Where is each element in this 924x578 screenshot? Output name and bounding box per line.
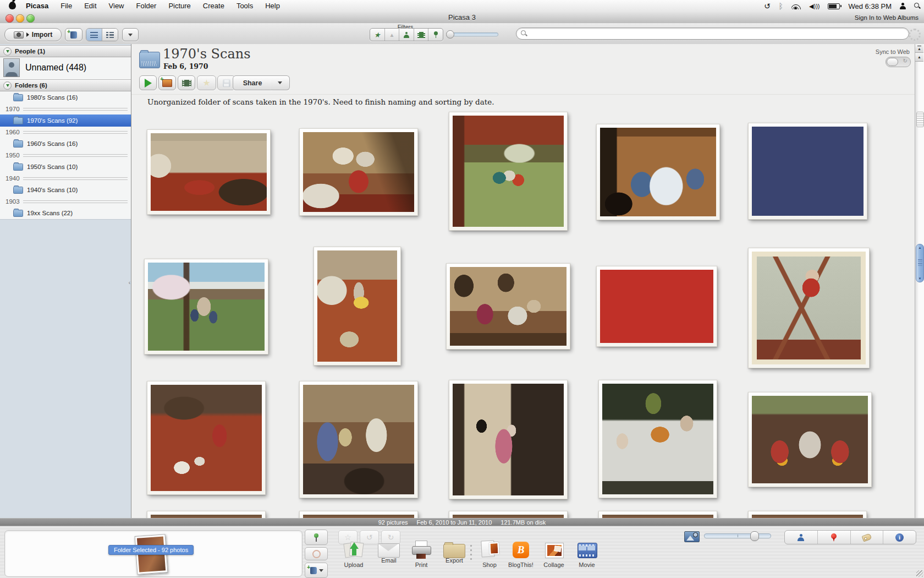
disclosure-triangle-icon[interactable]: [3, 47, 12, 56]
sidebar-collapse-handle[interactable]: ‹: [129, 280, 130, 286]
sidebar-item-1940s-scans[interactable]: 1940's Scans (10): [0, 184, 131, 196]
print-button[interactable]: Print: [405, 541, 437, 568]
show-faces-button[interactable]: [785, 531, 817, 544]
sidebar-item-unnamed-people[interactable]: Unnamed (448): [0, 57, 131, 78]
zoom-fit-icon[interactable]: [684, 531, 700, 542]
collage-button[interactable]: Collage: [538, 541, 570, 568]
vertical-scrollbar[interactable]: ▲ ▲ ▲▼: [915, 44, 924, 518]
photo-thumbnail[interactable]: [449, 380, 568, 499]
sidebar-item-1970s-scans[interactable]: 1970's Scans (92): [0, 114, 131, 127]
share-button[interactable]: Share: [233, 75, 272, 90]
photo-thumbnail-partial[interactable]: [748, 511, 867, 518]
photo-thumbnail[interactable]: [299, 128, 418, 216]
people-section-header[interactable]: People (1): [0, 45, 131, 57]
wifi-icon[interactable]: [791, 3, 801, 9]
apple-menu[interactable]: [0, 2, 26, 11]
scrollbar-handle[interactable]: [916, 112, 924, 127]
menu-folder[interactable]: Folder: [130, 0, 163, 12]
menu-create[interactable]: Create: [197, 0, 230, 12]
search-box[interactable]: [516, 28, 909, 40]
clear-selection-button[interactable]: [305, 547, 328, 560]
sign-in-link[interactable]: Sign In to Web Albums: [855, 12, 919, 23]
show-tags-button[interactable]: [850, 531, 883, 544]
photo-thumbnail[interactable]: [446, 263, 570, 350]
window-resize-grip[interactable]: [916, 570, 923, 577]
fast-user-switch-icon[interactable]: [900, 3, 906, 9]
create-collage-button[interactable]: [158, 75, 176, 90]
filter-starred-button[interactable]: ★: [370, 29, 384, 41]
time-machine-icon[interactable]: ↺: [764, 2, 771, 10]
star-button[interactable]: ★: [197, 75, 216, 90]
blogthis-button[interactable]: B BlogThis!: [505, 541, 537, 568]
sidebar-item-1960s-scans[interactable]: 1960's Scans (16): [0, 138, 131, 150]
spotlight-icon[interactable]: [914, 3, 921, 9]
photo-thumbnail[interactable]: [299, 381, 418, 498]
slideshow-play-button[interactable]: [139, 75, 157, 90]
bluetooth-icon[interactable]: ᛒ: [779, 2, 783, 10]
photo-thumbnail[interactable]: [598, 380, 717, 498]
photo-thumbnail-partial[interactable]: [598, 511, 717, 518]
photo-thumbnail[interactable]: [449, 112, 568, 231]
photo-thumbnail[interactable]: [144, 259, 268, 355]
photo-thumbnail-partial[interactable]: [299, 511, 418, 518]
filter-geotagged-button[interactable]: [428, 29, 443, 41]
photo-thumbnail[interactable]: [748, 123, 867, 220]
album-title[interactable]: 1970's Scans: [163, 46, 251, 62]
battery-icon[interactable]: [828, 3, 840, 9]
movie-button[interactable]: Movie: [571, 541, 603, 568]
photo-thumbnail[interactable]: [596, 124, 720, 220]
import-button[interactable]: Import: [4, 28, 62, 41]
sidebar-item-1950s-scans[interactable]: 1950's Scans (10): [0, 161, 131, 173]
scroll-to-top-button[interactable]: ▲: [915, 44, 923, 53]
email-button[interactable]: Email: [373, 541, 405, 564]
date-filter-slider[interactable]: [447, 32, 498, 36]
sidebar-item-1980s-scans[interactable]: 1980's Scans (16): [0, 91, 131, 103]
photo-thumbnail[interactable]: [596, 266, 717, 347]
photo-thumbnail[interactable]: [748, 392, 872, 487]
filter-movies-button[interactable]: [414, 29, 428, 41]
thumbnail-zoom-slider[interactable]: [704, 533, 771, 538]
slider-thumb[interactable]: [446, 30, 454, 39]
search-input[interactable]: [527, 29, 909, 39]
menu-help[interactable]: Help: [259, 0, 286, 12]
menu-tools[interactable]: Tools: [230, 0, 259, 12]
disclosure-triangle-icon[interactable]: [3, 81, 12, 90]
folders-section-header[interactable]: Folders (6): [0, 79, 131, 91]
hold-selection-button[interactable]: [305, 530, 328, 545]
show-places-button[interactable]: [817, 531, 850, 544]
shop-button[interactable]: Shop: [474, 541, 505, 568]
flat-view-button[interactable]: [86, 29, 102, 41]
volume-icon[interactable]: ◀))): [809, 3, 820, 10]
menu-picture[interactable]: Picture: [162, 0, 196, 12]
zoom-slider-thumb[interactable]: [750, 531, 759, 541]
upload-button[interactable]: Upload: [338, 541, 370, 568]
album-description[interactable]: Unorganized folder of scans taken in the…: [147, 97, 494, 106]
sidebar-item-19xx-scans[interactable]: 19xx Scans (22): [0, 207, 131, 219]
photo-thumbnail[interactable]: [314, 247, 401, 366]
menu-file[interactable]: File: [54, 0, 78, 12]
menu-view[interactable]: View: [103, 0, 130, 12]
sync-to-web-toggle[interactable]: ↻: [886, 57, 911, 67]
scroll-up-button[interactable]: ▲: [915, 53, 923, 62]
add-to-album-button[interactable]: [305, 563, 328, 578]
photo-thumbnail[interactable]: [147, 381, 266, 495]
share-dropdown-button[interactable]: [271, 75, 290, 90]
menu-clock[interactable]: Wed 6:38 PM: [848, 2, 892, 10]
show-properties-button[interactable]: i: [883, 531, 916, 544]
add-album-button[interactable]: [65, 28, 82, 41]
view-options-dropdown[interactable]: [122, 28, 139, 41]
film-icon: [417, 32, 425, 38]
photo-thumbnail-partial[interactable]: [147, 511, 266, 518]
photo-tray[interactable]: Folder Selected - 92 photos: [4, 530, 302, 577]
photo-thumbnail[interactable]: [748, 248, 870, 368]
photo-thumbnail[interactable]: [147, 129, 271, 215]
create-movie-button[interactable]: [178, 75, 195, 90]
filter-faces-button[interactable]: [399, 29, 414, 41]
menu-edit[interactable]: Edit: [78, 0, 102, 12]
scrollbar-thumb[interactable]: ▲▼: [916, 244, 924, 282]
photo-thumbnail-partial[interactable]: [449, 511, 568, 518]
tree-view-button[interactable]: [102, 29, 118, 41]
filter-uploaded-button[interactable]: ▲: [384, 29, 399, 41]
menu-picasa[interactable]: Picasa: [26, 0, 54, 12]
export-button[interactable]: Export: [438, 541, 470, 564]
